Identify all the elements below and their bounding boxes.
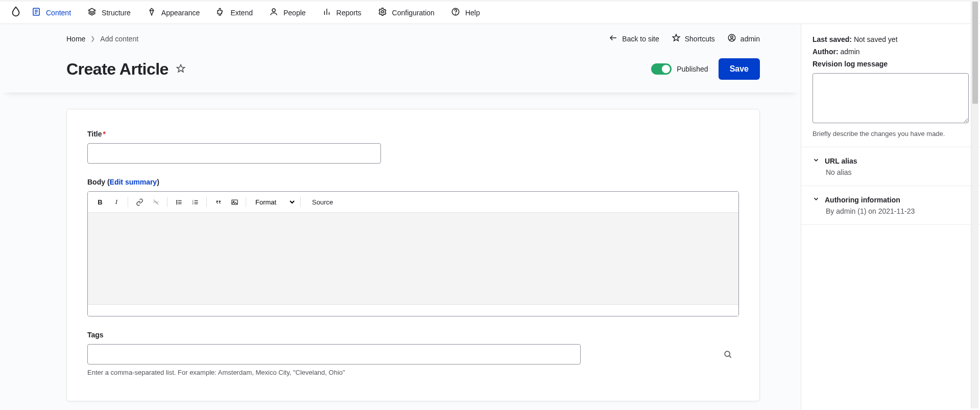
toolbar-label: Configuration bbox=[392, 9, 435, 17]
url-alias-sub: No alias bbox=[826, 168, 969, 176]
italic-button[interactable]: I bbox=[109, 195, 124, 209]
authoring-toggle[interactable]: Authoring information bbox=[812, 195, 969, 204]
drupal-logo[interactable] bbox=[10, 6, 21, 19]
author-value: admin bbox=[840, 48, 859, 56]
chevron-down-icon bbox=[812, 156, 820, 165]
published-label: Published bbox=[677, 65, 708, 73]
format-select[interactable]: Format bbox=[250, 196, 296, 209]
breadcrumb-home[interactable]: Home bbox=[66, 35, 85, 43]
svg-point-21 bbox=[176, 201, 177, 202]
svg-line-35 bbox=[729, 356, 731, 358]
numbered-list-button[interactable]: 123 bbox=[188, 195, 202, 209]
toolbar-item-content[interactable]: Content bbox=[26, 3, 77, 22]
content-icon bbox=[32, 7, 41, 18]
search-icon bbox=[723, 349, 733, 359]
bulleted-list-button[interactable] bbox=[172, 195, 186, 209]
title-input[interactable] bbox=[87, 143, 381, 164]
configuration-icon bbox=[378, 7, 387, 18]
required-mark: * bbox=[103, 130, 106, 138]
blockquote-button[interactable] bbox=[211, 195, 225, 209]
chevron-down-icon bbox=[812, 195, 820, 204]
svg-point-23 bbox=[176, 203, 177, 204]
toolbar-separator bbox=[167, 197, 168, 207]
revision-hint: Briefly describe the changes you have ma… bbox=[812, 130, 969, 138]
svg-point-12 bbox=[456, 14, 456, 14]
toolbar-label: People bbox=[283, 9, 306, 17]
toolbar-item-configuration[interactable]: Configuration bbox=[372, 3, 441, 22]
svg-point-34 bbox=[725, 351, 730, 356]
toolbar-separator bbox=[206, 197, 207, 207]
toolbar-item-people[interactable]: People bbox=[263, 3, 312, 22]
utility-links: Back to site Shortcuts admin bbox=[609, 33, 760, 44]
svg-point-16 bbox=[731, 36, 733, 38]
scrollbar-thumb[interactable] bbox=[972, 2, 978, 104]
save-button[interactable]: Save bbox=[719, 58, 760, 80]
url-alias-toggle[interactable]: URL alias bbox=[812, 156, 969, 165]
add-shortcut-button[interactable] bbox=[176, 63, 186, 75]
image-button[interactable] bbox=[227, 195, 242, 209]
svg-marker-14 bbox=[673, 34, 680, 41]
toolbar-separator bbox=[246, 197, 246, 207]
paren-open: ( bbox=[105, 178, 110, 186]
toolbar-item-reports[interactable]: Reports bbox=[316, 3, 368, 22]
chevron-right-icon: ❯ bbox=[90, 35, 95, 42]
toolbar-item-appearance[interactable]: Appearance bbox=[141, 3, 206, 22]
revision-label: Revision log message bbox=[812, 60, 969, 68]
author: Author: admin bbox=[812, 48, 969, 56]
last-saved-key: Last saved: bbox=[812, 35, 852, 43]
authoring-title: Authoring information bbox=[825, 196, 900, 204]
editor-footer bbox=[88, 305, 738, 316]
toolbar-label: Reports bbox=[337, 9, 362, 17]
title-label-text: Title bbox=[87, 130, 102, 138]
form-card: Title* Body (Edit summary) B I bbox=[66, 109, 760, 401]
unlink-button[interactable] bbox=[149, 195, 163, 209]
toolbar-label: Appearance bbox=[161, 9, 200, 17]
source-label: Source bbox=[312, 198, 333, 206]
page-title-row: Create Article Published Save bbox=[0, 44, 801, 93]
toolbar-item-extend[interactable]: Extend bbox=[210, 3, 259, 22]
last-saved: Last saved: Not saved yet bbox=[812, 35, 969, 43]
edit-summary-link[interactable]: Edit summary bbox=[110, 178, 157, 186]
tags-label: Tags bbox=[87, 331, 739, 339]
user-link[interactable]: admin bbox=[727, 33, 760, 44]
appearance-icon bbox=[147, 7, 156, 18]
published-toggle[interactable] bbox=[651, 63, 672, 75]
shortcuts-link[interactable]: Shortcuts bbox=[672, 33, 715, 44]
body-label-text: Body bbox=[87, 178, 105, 186]
toolbar-item-structure[interactable]: Structure bbox=[81, 3, 137, 22]
page-title: Create Article bbox=[66, 60, 169, 79]
link-button[interactable] bbox=[132, 195, 147, 209]
toolbar-label: Structure bbox=[102, 9, 131, 17]
toolbar-separator bbox=[300, 197, 301, 207]
bold-button[interactable]: B bbox=[93, 195, 107, 209]
breadcrumb: Home ❯ Add content bbox=[66, 35, 138, 43]
rich-text-editor: B I 123 bbox=[87, 191, 739, 316]
arrow-left-icon bbox=[609, 33, 618, 44]
user-icon bbox=[727, 33, 736, 44]
url-alias-title: URL alias bbox=[825, 157, 857, 165]
extend-icon bbox=[216, 7, 225, 18]
svg-point-10 bbox=[381, 11, 384, 13]
editor-body[interactable] bbox=[88, 213, 738, 305]
people-icon bbox=[269, 7, 278, 18]
toolbar-separator bbox=[128, 197, 128, 207]
revision-log-textarea[interactable] bbox=[812, 73, 969, 123]
source-button[interactable]: Source bbox=[305, 198, 337, 206]
tags-input[interactable] bbox=[87, 344, 581, 365]
sidebar: Last saved: Not saved yet Author: admin … bbox=[801, 24, 980, 410]
back-to-site-link[interactable]: Back to site bbox=[609, 33, 659, 44]
breadcrumb-add-content: Add content bbox=[100, 35, 138, 43]
shortcuts-label: Shortcuts bbox=[685, 35, 715, 43]
toolbar-label: Content bbox=[46, 9, 71, 17]
toolbar-label: Help bbox=[465, 9, 480, 17]
scrollbar-track[interactable] bbox=[971, 2, 978, 408]
title-label: Title* bbox=[87, 130, 739, 138]
admin-toolbar: Content Structure Appearance Extend Peop… bbox=[0, 0, 980, 24]
body-label: Body (Edit summary) bbox=[87, 178, 739, 186]
structure-icon bbox=[87, 7, 97, 18]
toolbar-item-help[interactable]: Help bbox=[445, 3, 486, 22]
authoring-sub: By admin (1) on 2021-11-23 bbox=[826, 207, 969, 215]
svg-point-6 bbox=[272, 9, 275, 12]
main-column: Home ❯ Add content Back to site Shortcut… bbox=[0, 24, 801, 410]
user-label: admin bbox=[740, 35, 760, 43]
